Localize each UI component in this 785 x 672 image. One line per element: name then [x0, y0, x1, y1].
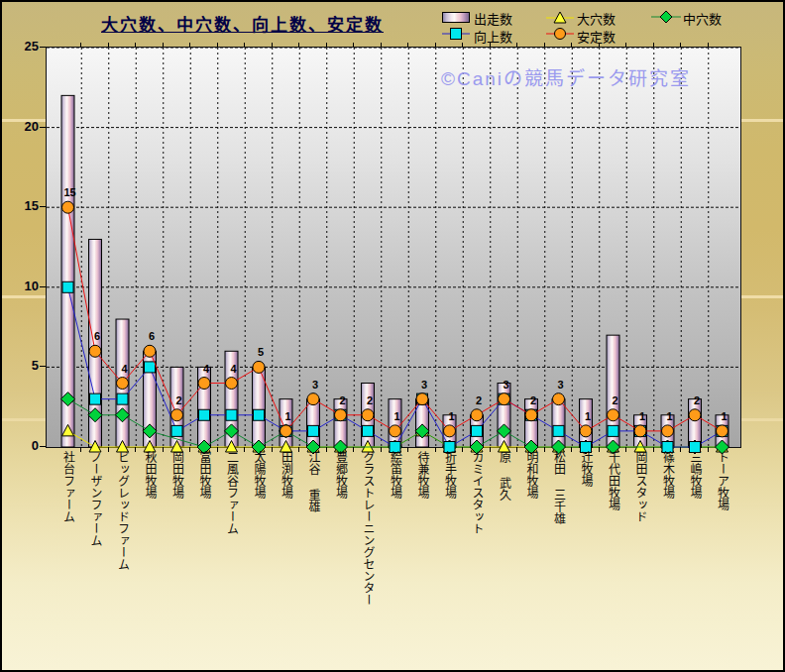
square-marker	[308, 425, 319, 436]
data-label: 1	[448, 410, 454, 422]
x-axis-category-label: 秋田牧場	[141, 451, 157, 499]
x-axis-category-label: 明和牧場	[522, 451, 538, 499]
major-upset-triangle-icon	[546, 10, 574, 24]
x-axis-tick	[625, 447, 626, 452]
circle-marker	[525, 409, 537, 421]
x-axis-category-label: 絵笛牧場	[387, 451, 402, 499]
circle-marker	[689, 409, 701, 421]
top-axis-tick	[135, 43, 136, 47]
top-axis-tick	[462, 43, 463, 47]
x-axis-category-label: 富田牧場	[195, 451, 211, 499]
x-axis-category-label: 岡田スタッド	[631, 451, 647, 522]
data-label: 1	[639, 410, 645, 422]
y-axis-tick	[40, 127, 46, 128]
data-label: 5	[258, 346, 264, 358]
top-axis-tick	[516, 43, 517, 47]
legend-label-improvement: 向上数	[474, 27, 512, 46]
data-label: 3	[312, 379, 318, 391]
circle-marker	[717, 425, 729, 437]
circle-marker	[499, 393, 510, 405]
top-axis-tick	[490, 43, 491, 47]
bar	[253, 367, 266, 447]
x-axis-tick	[353, 447, 354, 452]
x-axis-category-label: カミイスタット	[468, 451, 484, 534]
data-label: 2	[367, 394, 373, 406]
circle-marker	[198, 378, 210, 390]
chart-title: 大穴数、中穴数、向上数、安定数	[101, 11, 384, 36]
circle-marker	[253, 361, 265, 373]
data-label: 2	[339, 394, 345, 406]
x-axis-category-label: 篠木牧場	[659, 451, 675, 499]
circle-marker	[444, 425, 456, 437]
chart-svg: 15646244513221312323121121	[47, 48, 740, 447]
circle-marker	[390, 425, 401, 437]
x-axis-tick	[490, 447, 491, 452]
data-label: 1	[585, 410, 591, 422]
top-axis-tick	[298, 43, 299, 47]
top-axis-tick	[708, 43, 709, 47]
top-axis-tick	[407, 43, 408, 47]
square-marker	[90, 393, 101, 404]
x-axis-category-label: 太陽牧場	[250, 451, 266, 499]
top-axis-tick	[108, 43, 109, 47]
circle-marker	[553, 393, 565, 405]
circle-marker	[362, 409, 374, 421]
square-marker	[472, 425, 483, 436]
x-axis-tick	[108, 447, 109, 452]
square-marker	[199, 409, 210, 420]
x-axis-category-label: 豊郷牧場	[332, 451, 348, 499]
square-marker	[62, 281, 73, 292]
top-axis-tick	[163, 43, 164, 47]
data-label: 1	[721, 410, 727, 422]
x-axis-category-label: グラストレーニングセンター	[359, 451, 375, 606]
circle-marker	[307, 393, 319, 405]
top-axis-tick	[435, 43, 436, 47]
top-axis-tick	[272, 43, 273, 47]
data-label: 4	[230, 363, 237, 375]
top-axis-tick	[326, 43, 327, 47]
x-axis-category-label: 岡田牧場	[168, 451, 184, 499]
y-axis-tick	[40, 446, 46, 447]
top-axis-tick	[189, 43, 190, 47]
y-axis-tick-label: 10	[6, 279, 39, 294]
data-label: 2	[476, 394, 482, 406]
x-axis-tick	[80, 447, 81, 452]
mid-upset-diamond-icon	[651, 10, 681, 24]
x-axis-tick	[381, 447, 382, 452]
x-axis-category-label: 社台ファーム	[59, 451, 75, 522]
improvement-square-icon	[442, 27, 470, 41]
legend-label-major-upset: 大穴数	[577, 9, 616, 28]
x-axis-category-label: 松田 三千雄	[550, 451, 566, 524]
data-label: 2	[694, 394, 700, 406]
y-axis-tick-label: 0	[6, 438, 39, 454]
data-label: 3	[503, 379, 508, 391]
circle-marker	[471, 409, 483, 421]
top-axis-tick	[599, 43, 600, 47]
top-axis-tick	[381, 43, 382, 47]
top-axis-tick	[80, 43, 81, 47]
x-axis-category-label: 辻牧場	[577, 451, 593, 487]
x-axis-tick	[599, 447, 600, 452]
x-axis-category-label: トーア牧場	[714, 451, 729, 510]
plot-area: 15646244513221312323121121	[46, 47, 741, 448]
x-axis-tick	[163, 447, 164, 452]
circle-marker	[608, 409, 619, 421]
data-label: 4	[203, 363, 210, 375]
y-axis-tick-label: 5	[6, 358, 39, 374]
x-axis-tick	[326, 447, 327, 452]
x-axis-category-label: ノーザンファーム	[86, 451, 102, 546]
data-label: 15	[63, 186, 75, 198]
circle-marker	[117, 378, 129, 390]
y-axis-tick	[40, 206, 46, 207]
data-label: 6	[149, 330, 155, 342]
y-axis-tick-label: 20	[6, 119, 39, 135]
data-label: 1	[393, 410, 399, 422]
x-axis-category-label: 江谷 重雄	[304, 451, 320, 512]
square-marker	[171, 425, 182, 436]
x-axis-category-label: 待兼牧場	[413, 451, 429, 499]
data-label: 3	[557, 379, 563, 391]
y-axis-tick-label: 25	[6, 39, 39, 55]
x-axis-tick	[571, 447, 572, 452]
x-axis-tick	[407, 447, 408, 452]
square-marker	[254, 409, 265, 420]
